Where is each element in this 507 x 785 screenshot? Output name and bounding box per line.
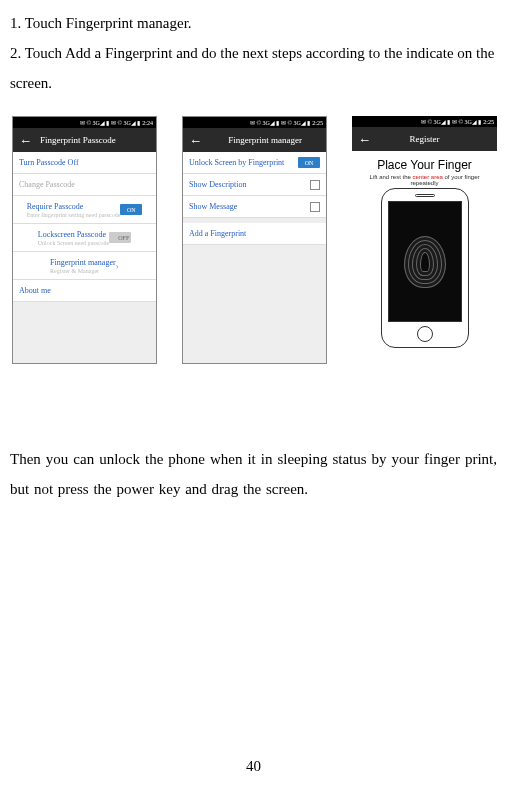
app-bar: ← Fingerprint manager <box>183 128 326 152</box>
register-heading: Place Your Finger <box>377 158 472 172</box>
status-bar: ✉ © 3G◢ ▮ ✉ © 3G◢ ▮ 2:24 <box>13 117 156 128</box>
item-lockscreen-passcode[interactable]: Lockscreen Passcode Unlock Screen need p… <box>13 224 156 252</box>
page-number: 40 <box>0 758 507 775</box>
screenshot-fingerprint-manager: ✉ © 3G◢ ▮ ✉ © 3G◢ ▮ 2:25 ← Fingerprint m… <box>182 116 327 364</box>
register-hint: Lift and rest the center area of your fi… <box>360 174 489 186</box>
screen-title: Fingerprint manager <box>228 135 302 145</box>
item-fingerprint-manager[interactable]: Fingerprint manager Register & Manager › <box>13 252 156 280</box>
item-sublabel: Enter fingerprint setting need passcode <box>27 212 121 218</box>
item-label: Fingerprint manager <box>50 258 116 267</box>
item-unlock-by-fingerprint[interactable]: Unlock Screen by Fingerprint ON <box>183 152 326 174</box>
app-bar: ← Fingerprint Passcode <box>13 128 156 152</box>
item-show-description[interactable]: Show Description <box>183 174 326 196</box>
body-text: Then you can unlock the phone when it in… <box>10 444 497 504</box>
screenshot-register: ✉ © 3G◢ ▮ ✉ © 3G◢ ▮ 2:25 ← Register Plac… <box>352 116 497 364</box>
item-label: Unlock Screen by Fingerprint <box>189 158 284 167</box>
status-time: 2:24 <box>142 120 153 126</box>
checkbox[interactable] <box>310 202 320 212</box>
status-time: 2:25 <box>312 120 323 126</box>
fingerprint-icon <box>404 236 446 288</box>
back-icon[interactable]: ← <box>189 134 202 147</box>
screenshot-fingerprint-passcode: ✉ © 3G◢ ▮ ✉ © 3G◢ ▮ 2:24 ← Fingerprint P… <box>12 116 157 364</box>
checkbox[interactable] <box>310 180 320 190</box>
item-label: Lockscreen Passcode <box>38 230 109 239</box>
item-label: Add a Fingerprint <box>189 229 246 238</box>
status-time: 2:25 <box>483 119 494 125</box>
register-body: Place Your Finger Lift and rest the cent… <box>352 151 497 364</box>
item-add-fingerprint[interactable]: Add a Fingerprint <box>183 223 326 245</box>
body-paragraph: Then you can unlock the phone when it in… <box>10 444 497 504</box>
item-label: Change Passcode <box>19 180 75 189</box>
instruction-line-2: 2. Touch Add a Fingerprint and do the ne… <box>10 38 497 98</box>
item-label: Show Message <box>189 202 237 211</box>
back-icon[interactable]: ← <box>358 133 371 146</box>
toggle-off[interactable]: OFF <box>109 232 131 243</box>
item-change-passcode[interactable]: Change Passcode <box>13 174 156 196</box>
settings-list: Turn Passcode Off Change Passcode Requir… <box>13 152 156 363</box>
home-button-icon <box>417 326 433 342</box>
status-icons: ✉ © 3G◢ ▮ ✉ © 3G◢ ▮ <box>421 118 481 125</box>
screen-title: Register <box>410 134 440 144</box>
item-about-me[interactable]: About me <box>13 280 156 302</box>
toggle-on[interactable]: ON <box>298 157 320 168</box>
screen-title: Fingerprint Passcode <box>40 135 116 145</box>
item-label: Turn Passcode Off <box>19 158 79 167</box>
status-bar: ✉ © 3G◢ ▮ ✉ © 3G◢ ▮ 2:25 <box>352 116 497 127</box>
app-bar: ← Register <box>352 127 497 151</box>
instruction-line-1: 1. Touch Fingerprint manager. <box>10 8 497 38</box>
item-sublabel: Register & Manager <box>50 268 116 274</box>
instructions-block: 1. Touch Fingerprint manager. 2. Touch A… <box>10 8 497 98</box>
item-turn-passcode-off[interactable]: Turn Passcode Off <box>13 152 156 174</box>
item-show-message[interactable]: Show Message <box>183 196 326 218</box>
screenshot-row: ✉ © 3G◢ ▮ ✉ © 3G◢ ▮ 2:24 ← Fingerprint P… <box>10 116 497 364</box>
item-label: About me <box>19 286 51 295</box>
device-screen <box>388 201 462 322</box>
back-icon[interactable]: ← <box>19 134 32 147</box>
status-bar: ✉ © 3G◢ ▮ ✉ © 3G◢ ▮ 2:25 <box>183 117 326 128</box>
status-icons: ✉ © 3G◢ ▮ ✉ © 3G◢ ▮ <box>80 119 140 126</box>
item-require-passcode[interactable]: Require Passcode Enter fingerprint setti… <box>13 196 156 224</box>
toggle-on[interactable]: ON <box>120 204 142 215</box>
device-outline-illustration <box>381 188 469 348</box>
chevron-right-icon: › <box>116 260 119 271</box>
item-sublabel: Unlock Screen need passcode <box>38 240 109 246</box>
settings-list: Unlock Screen by Fingerprint ON Show Des… <box>183 152 326 363</box>
speaker-icon <box>415 194 435 197</box>
status-icons: ✉ © 3G◢ ▮ ✉ © 3G◢ ▮ <box>250 119 310 126</box>
item-label: Show Description <box>189 180 247 189</box>
item-label: Require Passcode <box>27 202 121 211</box>
